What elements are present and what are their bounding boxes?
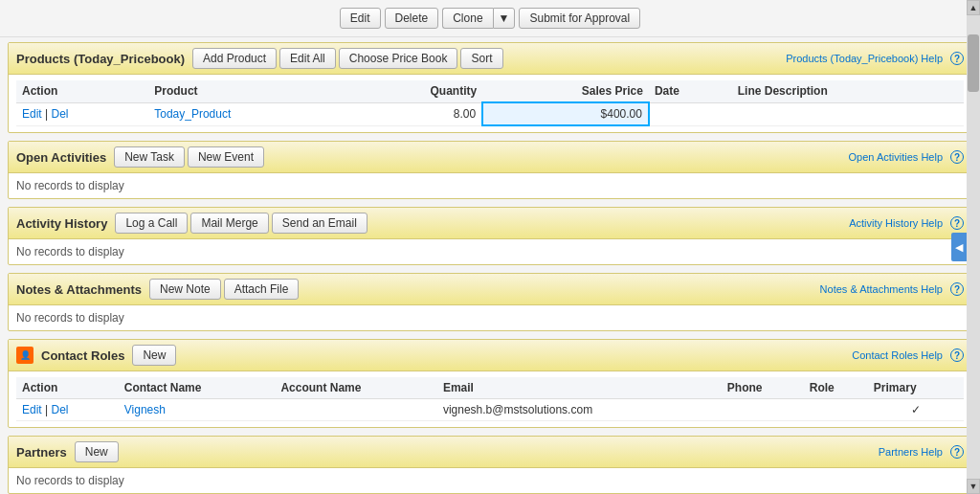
sort-button[interactable]: Sort [460,48,502,69]
open-activities-help-link[interactable]: Open Activities Help [849,151,943,163]
contact-roles-title: Contact Roles [41,348,124,363]
col-product: Product [148,80,349,102]
product-del-link[interactable]: Del [51,107,68,121]
delete-button[interactable]: Delete [385,8,439,29]
cr-phone-cell [722,399,804,421]
product-sales-price-cell: $400.00 [482,102,649,125]
open-activities-section: Open Activities New Task New Event Open … [8,141,972,199]
cr-account-name-cell [275,399,437,421]
cr-col-role: Role [804,377,868,399]
cr-del-link[interactable]: Del [51,403,68,416]
submit-approval-button[interactable]: Submit for Approval [519,8,640,29]
activity-history-header-left: Activity History Log a Call Mail Merge S… [16,213,368,234]
activity-history-body: No records to display [9,239,971,264]
cr-primary-cell: ✓ [868,399,964,421]
product-line-description-cell [732,102,964,125]
scrollbar-thumb[interactable] [968,34,979,92]
partners-no-records: No records to display [16,470,124,491]
clone-dropdown: Clone ▼ [442,8,515,29]
col-sales-price: Sales Price [482,80,649,102]
open-activities-buttons: New Task New Event [114,146,264,168]
cr-contact-name-cell: Vignesh [119,399,276,421]
cr-email-cell: vignesh.b@mstsolutions.com [437,399,722,421]
activity-history-header: Activity History Log a Call Mail Merge S… [9,208,971,239]
partners-help-link[interactable]: Partners Help [879,446,943,458]
partners-header-left: Partners New [16,441,119,462]
activity-history-help-icon[interactable]: ? [950,216,964,230]
notes-attachments-help-icon[interactable]: ? [950,282,964,296]
products-help-link[interactable]: Products (Today_Pricebook) Help [786,53,943,64]
activity-history-no-records: No records to display [16,241,124,262]
open-activities-no-records: No records to display [16,175,124,196]
contact-roles-icon: 👤 [16,347,33,364]
edit-button[interactable]: Edit [340,8,381,29]
products-section-header: Products (Today_Pricebook) Add Product E… [9,43,971,75]
product-name-link[interactable]: Today_Product [154,107,231,121]
clone-arrow[interactable]: ▼ [493,8,516,29]
col-line-description: Line Description [732,80,964,102]
col-quantity: Quantity [350,80,483,102]
notes-attachments-no-records: No records to display [16,307,124,328]
cr-col-primary: Primary [868,377,964,399]
cr-contact-name-link[interactable]: Vignesh [124,403,166,416]
choose-pricebook-button[interactable]: Choose Price Book [339,48,458,69]
activity-history-help-link[interactable]: Activity History Help [849,217,943,229]
main-content: Products (Today_Pricebook) Add Product E… [0,37,980,494]
cr-col-email: Email [437,377,722,399]
notes-attachments-help-link[interactable]: Notes & Attachments Help [820,283,943,295]
add-product-button[interactable]: Add Product [192,48,277,69]
contact-roles-new-button[interactable]: New [132,345,176,366]
activity-history-section: Activity History Log a Call Mail Merge S… [8,207,972,265]
notes-attachments-header: Notes & Attachments New Note Attach File… [9,274,971,305]
open-activities-header-left: Open Activities New Task New Event [16,146,264,168]
contact-roles-help-link[interactable]: Contact Roles Help [852,349,943,361]
new-note-button[interactable]: New Note [149,279,221,300]
notes-attachments-buttons: New Note Attach File [149,279,299,300]
notes-attachments-header-left: Notes & Attachments New Note Attach File [16,279,299,300]
mail-merge-button[interactable]: Mail Merge [190,213,268,234]
partners-section: Partners New Partners Help ? No records … [8,436,972,494]
products-section-body: Action Product Quantity Sales Price Date… [9,75,971,132]
product-edit-link[interactable]: Edit [22,107,42,121]
send-email-button[interactable]: Send an Email [272,213,368,234]
partners-section-title: Partners [16,445,67,460]
product-date-cell [649,102,732,125]
new-task-button[interactable]: New Task [114,146,185,168]
col-action: Action [16,80,148,102]
products-help-icon[interactable]: ? [950,52,964,65]
contact-roles-buttons: New [132,345,176,366]
cr-col-action: Action [16,377,119,399]
log-call-button[interactable]: Log a Call [115,213,188,234]
partners-help-icon[interactable]: ? [950,445,964,459]
scroll-up-arrow[interactable]: ▲ [967,0,980,15]
new-event-button[interactable]: New Event [188,146,264,168]
activity-history-title: Activity History [16,216,107,231]
partners-section-header: Partners New Partners Help ? [9,437,971,468]
cr-edit-link[interactable]: Edit [22,403,42,416]
products-section: Products (Today_Pricebook) Add Product E… [8,42,972,133]
cr-role-cell [804,399,868,421]
attach-file-button[interactable]: Attach File [224,279,300,300]
contact-roles-table-row: Edit | Del Vignesh vignesh.b@mstsolution… [16,399,964,421]
contact-roles-body: Action Contact Name Account Name Email P… [9,371,971,427]
page-expander-button[interactable]: ◀ [951,233,967,261]
partners-header-right: Partners Help ? [879,445,964,459]
notes-attachments-body: No records to display [9,305,971,330]
clone-button[interactable]: Clone [442,8,492,29]
open-activities-header-right: Open Activities Help ? [849,150,964,164]
products-table: Action Product Quantity Sales Price Date… [16,80,964,126]
contact-roles-help-icon[interactable]: ? [950,348,964,362]
products-table-row: Edit | Del Today_Product 8.00 $400.00 [16,102,964,125]
product-quantity-cell: 8.00 [350,102,483,125]
contact-roles-header-row: Action Contact Name Account Name Email P… [16,377,964,399]
partners-buttons: New [75,441,119,462]
products-section-title: Products (Today_Pricebook) [16,52,185,66]
scrollbar: ▲ ▼ [967,0,980,494]
open-activities-help-icon[interactable]: ? [950,150,964,164]
edit-all-button[interactable]: Edit All [279,48,336,69]
contact-roles-section: 👤 Contact Roles New Contact Roles Help ?… [8,339,972,428]
partners-new-button[interactable]: New [75,441,119,462]
cr-col-account-name: Account Name [275,377,437,399]
scroll-down-arrow[interactable]: ▼ [967,479,980,494]
products-table-header-row: Action Product Quantity Sales Price Date… [16,80,964,102]
